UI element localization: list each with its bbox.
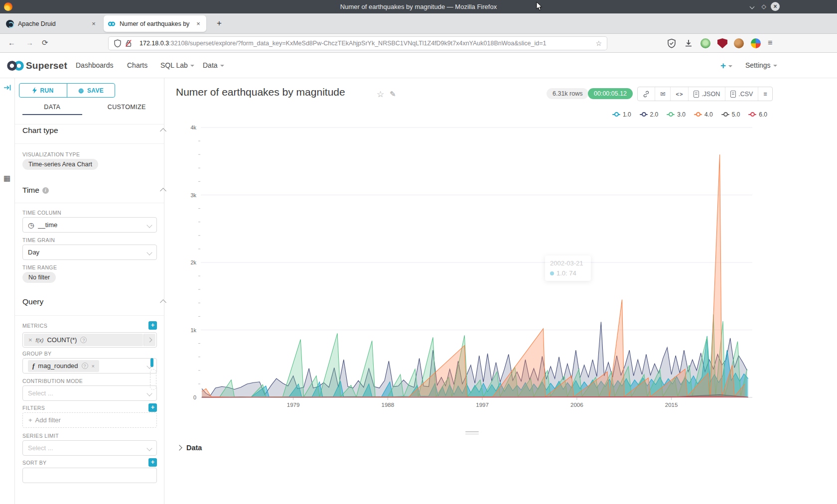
add-sort-button[interactable]: + xyxy=(148,458,157,467)
url-bar[interactable]: 172.18.0.3:32108/superset/explore/?form_… xyxy=(109,37,607,50)
time-grain-select[interactable]: Day xyxy=(22,245,157,260)
close-button[interactable]: × xyxy=(771,2,780,11)
chart-menu-button[interactable]: ≡ xyxy=(758,87,772,101)
chevron-down-icon xyxy=(146,390,152,396)
insecure-lock-icon[interactable] xyxy=(125,39,133,47)
druid-favicon-icon xyxy=(6,20,14,28)
legend-item[interactable]: 1.0 xyxy=(612,111,631,118)
remove-metric-icon[interactable]: × xyxy=(28,336,32,344)
left-icon-rail: ▦ xyxy=(0,78,15,504)
tab-close-icon[interactable]: × xyxy=(90,20,98,27)
window-titlebar: Numer of earthquakes by magnitude — Mozi… xyxy=(0,0,837,13)
run-button[interactable]: RUN xyxy=(19,84,67,97)
data-panel-toggle[interactable]: Data xyxy=(177,444,202,452)
legend-item[interactable]: 6.0 xyxy=(748,111,767,118)
series-limit-select[interactable]: Select ... xyxy=(22,440,157,456)
panel-drag-handle[interactable] xyxy=(465,431,479,436)
reload-button[interactable]: ⟳ xyxy=(42,38,48,47)
browser-tab-apache-druid[interactable]: Apache Druid × xyxy=(2,15,102,32)
series-marker-icon xyxy=(640,114,648,116)
settings-menu-button[interactable]: Settings xyxy=(745,53,777,78)
email-button[interactable]: ✉ xyxy=(655,87,671,101)
panel-resize-grip[interactable] xyxy=(150,369,156,390)
group-by-chip[interactable]: f mag_rounded ? × xyxy=(28,360,99,372)
new-tab-button[interactable]: + xyxy=(213,17,225,29)
time-range-label: TIME RANGE xyxy=(22,264,57,270)
group-by-select[interactable]: f mag_rounded ? × xyxy=(22,358,157,374)
contribution-mode-select[interactable]: Select ... xyxy=(22,385,157,401)
browser-tab-active[interactable]: Numer of earthquakes by magnitude × xyxy=(104,15,206,32)
sort-by-select[interactable] xyxy=(22,468,157,483)
cookie-extension-icon[interactable] xyxy=(734,38,744,48)
edit-pencil-icon[interactable]: ✎ xyxy=(390,90,396,99)
nav-sql-lab[interactable]: SQL Lab xyxy=(160,53,194,78)
tab-data[interactable]: DATA xyxy=(15,99,90,115)
nav-dashboards[interactable]: Dashboards xyxy=(76,53,114,78)
csv-export-button[interactable]: .CSV xyxy=(725,87,758,101)
legend-item[interactable]: 3.0 xyxy=(667,111,686,118)
menu-icon: ≡ xyxy=(763,91,767,98)
panel-scrollbar-thumb[interactable] xyxy=(150,358,153,367)
tracking-shield-icon[interactable] xyxy=(114,39,122,47)
legend-item[interactable]: 5.0 xyxy=(721,111,740,118)
question-icon: ? xyxy=(82,363,88,369)
collapse-section-icon[interactable] xyxy=(160,128,166,134)
remove-chip-icon[interactable]: × xyxy=(92,363,95,369)
extension-colorful-icon[interactable] xyxy=(751,38,761,48)
svg-text:3k: 3k xyxy=(190,192,196,198)
superset-logo-icon[interactable] xyxy=(6,60,24,71)
control-panel: RUN ⊕ SAVE DATA CUSTOMIZE Chart type VIS… xyxy=(15,78,164,504)
time-column-select[interactable]: ◷ __time xyxy=(22,217,157,233)
series-dot-icon xyxy=(550,271,554,275)
save-button[interactable]: ⊕ SAVE xyxy=(67,84,115,97)
forward-button[interactable]: → xyxy=(26,38,33,47)
chevron-right-icon xyxy=(147,338,152,343)
superset-navbar: Superset Dashboards Charts SQL Lab Data … xyxy=(0,53,837,78)
viz-type-pill[interactable]: Time-series Area Chart xyxy=(22,159,98,170)
embed-code-button[interactable]: <> xyxy=(671,87,689,101)
series-marker-icon xyxy=(667,114,675,116)
superset-favicon-icon xyxy=(108,20,116,28)
app-menu-icon[interactable]: ≡ xyxy=(768,38,772,47)
bookmark-star-icon[interactable]: ☆ xyxy=(595,39,602,47)
add-metric-button[interactable]: + xyxy=(148,321,157,330)
nav-charts[interactable]: Charts xyxy=(127,53,147,78)
favorite-star-icon[interactable]: ☆ xyxy=(377,89,384,100)
new-item-menu-button[interactable]: + xyxy=(720,53,732,78)
json-export-button[interactable]: .JSON xyxy=(689,87,725,101)
series-marker-icon xyxy=(721,114,729,116)
metric-control[interactable]: × f(x) COUNT(*) ? xyxy=(22,332,157,348)
metric-chip[interactable]: × f(x) COUNT(*) ? xyxy=(24,334,143,346)
add-filter-button[interactable]: + xyxy=(148,403,157,412)
rows-badge: 6.31k rows xyxy=(547,88,588,99)
filters-label: FILTERS xyxy=(22,405,45,411)
envelope-icon: ✉ xyxy=(660,90,665,98)
back-button[interactable]: ← xyxy=(8,38,15,47)
timer-badge: 00:00:05.12 xyxy=(588,88,633,99)
expand-datasource-panel-icon[interactable] xyxy=(3,84,11,92)
legend-item[interactable]: 4.0 xyxy=(694,111,713,118)
protections-shield-icon[interactable] xyxy=(667,38,677,48)
nav-data[interactable]: Data xyxy=(203,53,224,78)
mouse-cursor xyxy=(536,1,543,11)
superset-brand[interactable]: Superset xyxy=(26,53,67,78)
tab-customize[interactable]: CUSTOMIZE xyxy=(90,99,164,115)
collapse-section-icon[interactable] xyxy=(160,299,166,306)
sort-by-label: SORT BY xyxy=(22,460,47,466)
contribution-mode-label: CONTRIBUTION MODE xyxy=(22,378,83,384)
collapse-section-icon[interactable] xyxy=(160,188,166,194)
metric-caret[interactable] xyxy=(143,334,155,346)
share-link-button[interactable] xyxy=(638,87,655,101)
minimize-button[interactable] xyxy=(747,2,756,11)
tab-close-icon[interactable]: × xyxy=(194,20,202,27)
time-range-pill[interactable]: No filter xyxy=(22,272,56,283)
chart-title: Numer of earthquakes by magnitude xyxy=(176,86,345,98)
datasource-grid-icon[interactable]: ▦ xyxy=(3,174,10,183)
downloads-icon[interactable] xyxy=(684,38,694,48)
legend-item[interactable]: 2.0 xyxy=(640,111,659,118)
add-filter-dropzone[interactable]: + Add filter xyxy=(22,412,157,428)
svg-text:1979: 1979 xyxy=(287,402,300,408)
maximize-button[interactable]: ◇ xyxy=(759,2,768,11)
extension-green-icon[interactable] xyxy=(700,38,710,48)
tab-strip: Apache Druid × Numer of earthquakes by m… xyxy=(0,13,837,34)
